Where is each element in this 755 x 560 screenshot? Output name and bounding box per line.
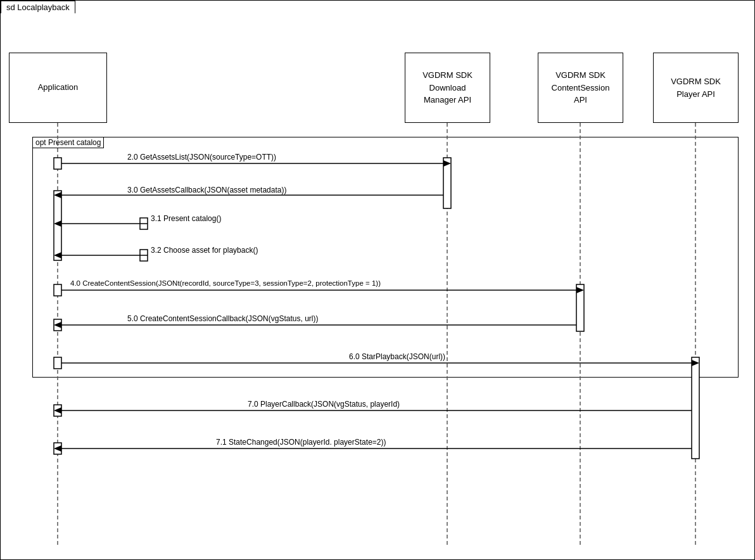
svg-marker-33 bbox=[54, 445, 61, 452]
actor-download-manager: VGDRM SDKDownloadManager API bbox=[405, 53, 490, 123]
msg6-label: 5.0 CreateContentSessionCallback(JSON(vg… bbox=[127, 314, 318, 323]
msg5-label: 4.0 CreateContentSession(JSONt(recordId,… bbox=[70, 279, 381, 287]
actor-application: Application bbox=[9, 53, 107, 123]
svg-marker-31 bbox=[54, 407, 61, 414]
svg-rect-14 bbox=[54, 405, 61, 416]
diagram-title: sd Localplayback bbox=[1, 1, 75, 13]
opt-label: opt Present catalog bbox=[33, 137, 104, 148]
actor-player-api: VGDRM SDKPlayer API bbox=[653, 53, 739, 123]
msg4-label: 3.2 Choose asset for playback() bbox=[151, 246, 258, 255]
diagram-container: sd Localplayback Application VGDRM SDKDo… bbox=[0, 0, 755, 560]
svg-rect-15 bbox=[54, 443, 61, 454]
msg9-label: 7.1 StateChanged(JSON(playerId. playerSt… bbox=[216, 438, 386, 447]
msg3-label: 3.1 Present catalog() bbox=[151, 214, 221, 223]
msg2-label: 3.0 GetAssetsCallback(JSON(asset metadat… bbox=[127, 186, 286, 194]
msg8-label: 7.0 PlayerCallback(JSON(vgStatus, player… bbox=[248, 400, 400, 409]
msg1-label: 2.0 GetAssetsList(JSON(sourceType=OTT)) bbox=[127, 153, 276, 162]
actor-content-session: VGDRM SDKContentSessionAPI bbox=[538, 53, 623, 123]
opt-frame: opt Present catalog bbox=[32, 137, 739, 378]
msg7-label: 6.0 StarPlayback(JSON(url)) bbox=[349, 352, 445, 361]
